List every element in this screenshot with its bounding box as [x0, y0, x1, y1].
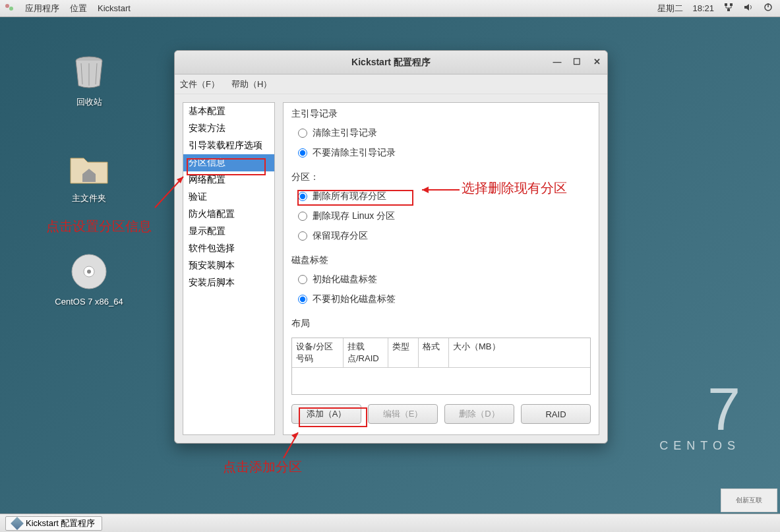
delete-button[interactable]: 删除（D） [444, 404, 514, 424]
radio-disk-init[interactable]: 初始化磁盘标签 [291, 272, 591, 287]
close-icon[interactable]: ✕ [591, 56, 602, 67]
radio-disk-noinit[interactable]: 不要初始化磁盘标签 [291, 291, 591, 307]
menu-kickstart[interactable]: Kickstart [98, 3, 131, 13]
raid-button[interactable]: RAID [521, 404, 591, 424]
sidebar-item-postscript[interactable]: 安装后脚本 [183, 274, 274, 291]
anno-text-right: 选择删除现有分区 [462, 179, 567, 197]
layout-table: 设备/分区号码 挂载点/RAID 类型 格式 大小（MB） [291, 338, 591, 395]
sidebar-item-network[interactable]: 网络配置 [183, 171, 274, 189]
sidebar-item-prescript[interactable]: 预安装脚本 [183, 257, 274, 274]
anno-text-left: 点击设置分区信息 [46, 218, 152, 235]
col-mount[interactable]: 挂载点/RAID [344, 338, 388, 367]
sidebar-item-install[interactable]: 安装方法 [183, 120, 274, 137]
svg-point-1 [9, 7, 13, 11]
svg-point-0 [5, 4, 9, 8]
clock-day: 星期二 [657, 3, 683, 15]
sidebar-item-auth[interactable]: 验证 [183, 189, 274, 206]
anno-text-bottom: 点击添加分区 [223, 458, 302, 476]
svg-marker-19 [291, 432, 298, 439]
sidebar-item-packages[interactable]: 软件包选择 [183, 240, 274, 257]
sidebar: 基本配置 安装方法 引导装载程序选项 分区信息 网络配置 验证 防火墙配置 显示… [183, 102, 275, 435]
desktop-label: CentOS 7 x86_64 [53, 297, 125, 307]
table-body[interactable] [292, 368, 590, 394]
svg-point-13 [87, 270, 91, 274]
desktop-icon-trash[interactable]: 回收站 [59, 50, 119, 108]
clock-time: 18:21 [692, 3, 714, 13]
mbr-group-label: 主引导记录 [291, 108, 591, 120]
menubar: 文件（F） 帮助（H） [175, 74, 607, 94]
minimize-icon[interactable]: — [552, 56, 562, 67]
taskbar: Kickstart 配置程序 [0, 514, 780, 532]
disc-icon [68, 251, 110, 293]
task-item-kickstart[interactable]: Kickstart 配置程序 [5, 516, 102, 531]
radio-part-keep[interactable]: 保留现存分区 [291, 228, 591, 244]
radio-mbr-keep[interactable]: 不要清除主引导记录 [291, 145, 591, 161]
edit-button[interactable]: 编辑（E） [368, 404, 438, 424]
sidebar-item-display[interactable]: 显示配置 [183, 223, 274, 240]
sidebar-item-firewall[interactable]: 防火墙配置 [183, 206, 274, 223]
col-device[interactable]: 设备/分区号码 [292, 338, 344, 367]
sidebar-item-basic[interactable]: 基本配置 [183, 103, 274, 120]
desktop-icon-home[interactable]: 主文件夹 [59, 146, 119, 204]
menu-file[interactable]: 文件（F） [180, 78, 220, 90]
power-icon[interactable] [763, 2, 773, 15]
menu-places[interactable]: 位置 [70, 3, 87, 15]
svg-rect-2 [725, 3, 727, 6]
kickstart-icon [11, 517, 24, 530]
menu-applications[interactable]: 应用程序 [25, 3, 59, 15]
radio-part-remove-linux[interactable]: 删除现存 Linux 分区 [291, 208, 591, 224]
desktop-icon-disc[interactable]: CentOS 7 x86_64 [53, 251, 125, 307]
layout-group-label: 布局 [291, 318, 591, 330]
centos-logo: 7 CENTOS [659, 380, 740, 453]
arrow-bottom-icon [277, 429, 303, 461]
arrow-right-icon [417, 183, 463, 196]
maximize-icon[interactable]: ☐ [572, 56, 582, 67]
desktop-label: 回收站 [59, 96, 119, 108]
top-panel: 应用程序 位置 Kickstart 星期二 18:21 [0, 0, 780, 17]
arrow-left-icon [152, 171, 191, 211]
footprints-icon [4, 2, 15, 15]
sidebar-item-partition[interactable]: 分区信息 [183, 154, 274, 171]
menu-help[interactable]: 帮助（H） [231, 78, 272, 90]
col-size[interactable]: 大小（MB） [449, 338, 590, 367]
add-button[interactable]: 添加（A） [291, 404, 361, 424]
svg-marker-17 [422, 187, 429, 193]
disklabel-group-label: 磁盘标签 [291, 254, 591, 266]
volume-icon[interactable] [743, 2, 754, 15]
kickstart-window: Kickstart 配置程序 — ☐ ✕ 文件（F） 帮助（H） 基本配置 安装… [174, 50, 608, 444]
watermark: 创新互联 [721, 488, 777, 512]
svg-rect-3 [730, 3, 733, 6]
radio-mbr-clear[interactable]: 清除主引导记录 [291, 125, 591, 141]
network-icon[interactable] [723, 2, 734, 15]
col-type[interactable]: 类型 [388, 338, 419, 367]
sidebar-item-bootloader[interactable]: 引导装载程序选项 [183, 137, 274, 154]
main-panel: 主引导记录 清除主引导记录 不要清除主引导记录 分区： 删除所有现存分区 删除现… [283, 102, 599, 435]
trash-icon [68, 50, 110, 92]
desktop-label: 主文件夹 [59, 192, 119, 204]
col-format[interactable]: 格式 [419, 338, 449, 367]
folder-home-icon [68, 146, 110, 189]
window-title: Kickstart 配置程序 [351, 57, 431, 69]
titlebar[interactable]: Kickstart 配置程序 — ☐ ✕ [175, 51, 607, 74]
